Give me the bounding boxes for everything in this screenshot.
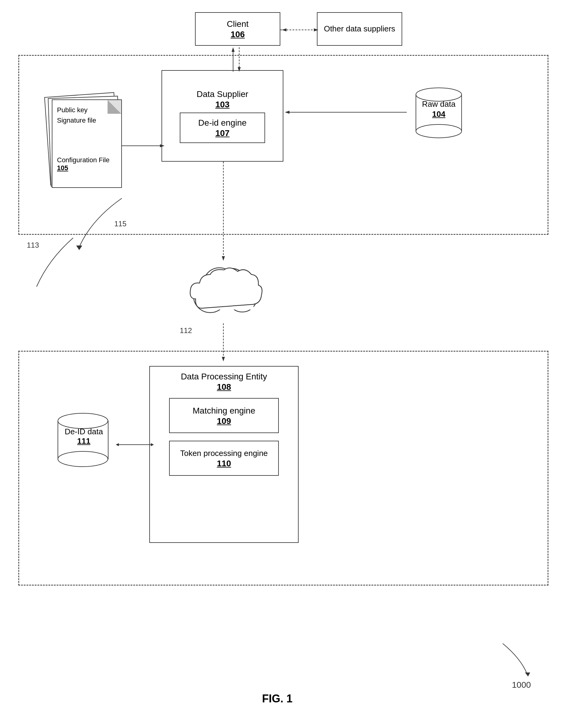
svg-marker-34 [116, 443, 119, 446]
config-file-doc: Public key Signature file Configuration … [52, 99, 122, 188]
deid-data-number: 111 [77, 437, 90, 446]
svg-marker-26 [222, 256, 225, 261]
raw-data-label: Raw data [422, 99, 456, 109]
client-number: 106 [231, 29, 245, 39]
deid-engine-label: De-id engine [198, 117, 247, 128]
arrow-config-to-supplier [122, 143, 166, 149]
token-engine-label: Token processing engine [180, 448, 268, 459]
diagram: Client 106 Other data suppliers Data Sup… [0, 0, 571, 728]
public-key-text: Public key [57, 106, 106, 114]
arrow-matching-deid [116, 442, 154, 448]
cloud-network [180, 256, 268, 323]
svg-marker-36 [525, 672, 530, 676]
data-supplier-box: Data Supplier 103 De-id engine 107 [161, 70, 283, 162]
arrow-rawdata-to-deid [285, 109, 411, 115]
arrow-client-to-supplier [236, 47, 242, 73]
label-112: 112 [180, 326, 192, 335]
svg-marker-28 [222, 357, 225, 361]
deid-data-cylinder: De-ID data 111 [50, 409, 117, 473]
arrow-supplier-to-client [230, 47, 236, 73]
deid-engine-box: De-id engine 107 [180, 112, 265, 143]
client-label: Client [227, 19, 249, 29]
svg-point-31 [58, 451, 108, 467]
data-processing-box: Data Processing Entity 108 Matching engi… [149, 366, 299, 543]
svg-marker-11 [285, 111, 290, 114]
data-processing-label: Data Processing Entity [181, 371, 267, 382]
arrow-supplier-to-network [220, 162, 226, 262]
data-supplier-number: 103 [215, 100, 230, 109]
other-suppliers-box: Other data suppliers [317, 12, 402, 46]
svg-marker-33 [151, 443, 154, 446]
client-box: Client 106 [195, 12, 280, 46]
svg-marker-6 [232, 47, 235, 52]
figure-caption: FIG. 1 [232, 692, 323, 705]
arrow-other-to-client [280, 27, 320, 33]
raw-data-number: 104 [432, 109, 445, 119]
data-processing-number: 108 [217, 382, 231, 392]
matching-engine-box: Matching engine 109 [169, 398, 279, 433]
svg-point-9 [416, 124, 462, 138]
svg-marker-2 [282, 28, 287, 31]
other-suppliers-label: Other data suppliers [324, 24, 395, 34]
arrow-network-to-processing [220, 323, 226, 363]
figure-ref-arrow [472, 640, 533, 677]
data-supplier-label: Data Supplier [197, 89, 248, 100]
matching-engine-label: Matching engine [193, 405, 255, 416]
deid-data-label: De-ID data [65, 427, 103, 436]
raw-data-cylinder: Raw data 104 [408, 82, 469, 143]
figure-ref-label: 1000 [512, 680, 531, 690]
signature-file-text: Signature file [57, 116, 106, 124]
svg-marker-13 [160, 144, 164, 147]
curved-arrow-113 [24, 235, 85, 290]
svg-marker-1 [314, 28, 318, 31]
deid-engine-number: 107 [215, 128, 230, 138]
svg-point-30 [58, 413, 108, 429]
token-engine-box: Token processing engine 110 [169, 441, 279, 476]
token-engine-number: 110 [217, 459, 231, 468]
config-file-number: 105 [57, 164, 117, 172]
svg-marker-4 [238, 67, 241, 72]
config-file-label: Configuration File [57, 156, 117, 164]
matching-engine-number: 109 [217, 416, 231, 426]
